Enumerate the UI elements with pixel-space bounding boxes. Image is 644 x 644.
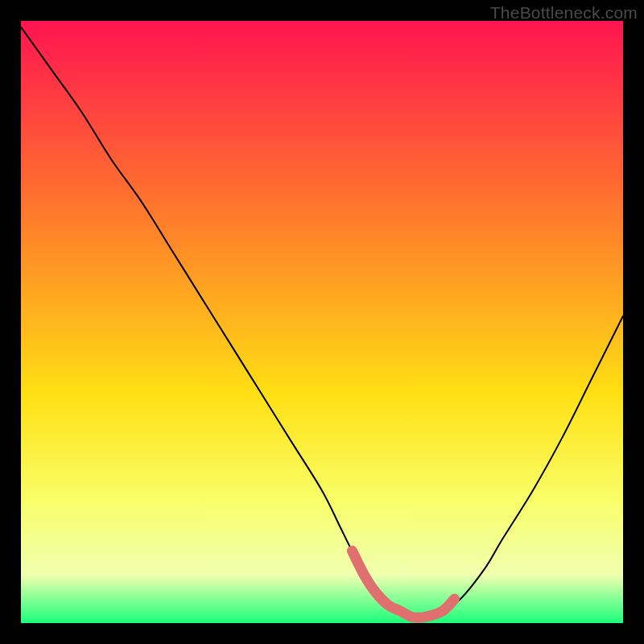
- plot-area: [21, 21, 623, 623]
- gradient-background: [21, 21, 623, 623]
- watermark-text: TheBottleneck.com: [490, 3, 638, 23]
- chart-svg: [21, 21, 623, 623]
- chart-frame: TheBottleneck.com: [0, 0, 644, 644]
